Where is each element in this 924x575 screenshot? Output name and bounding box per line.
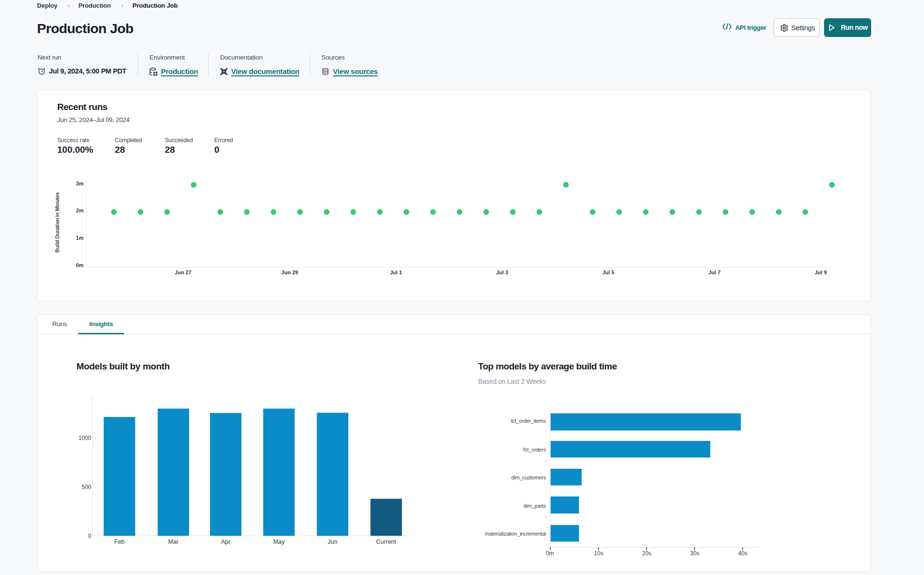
svg-text:Apr: Apr — [221, 538, 230, 545]
svg-text:40s: 40s — [738, 550, 747, 557]
svg-text:10s: 10s — [594, 550, 603, 557]
svg-text:0: 0 — [88, 533, 91, 539]
svg-text:20s: 20s — [642, 550, 651, 557]
svg-text:Mar: Mar — [168, 538, 179, 545]
svg-text:May: May — [273, 538, 285, 545]
svg-text:dim_parts: dim_parts — [524, 503, 546, 509]
svg-text:500: 500 — [82, 484, 91, 490]
svg-text:Jun: Jun — [328, 538, 337, 545]
svg-text:1000: 1000 — [78, 435, 91, 441]
svg-text:Feb: Feb — [114, 538, 125, 545]
svg-text:0m: 0m — [546, 550, 554, 557]
svg-text:30s: 30s — [690, 550, 699, 557]
svg-text:dim_customers: dim_customers — [511, 475, 546, 480]
svg-text:fct_orders: fct_orders — [523, 447, 546, 453]
svg-text:Current: Current — [376, 538, 396, 545]
svg-text:fct_order_items: fct_order_items — [511, 418, 546, 424]
svg-text:materialization_incremental: materialization_incremental — [485, 531, 546, 537]
